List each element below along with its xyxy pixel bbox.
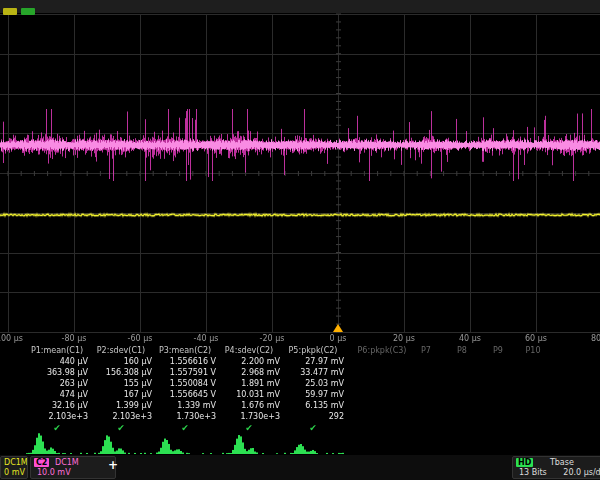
measurement-value: 156.308 µV [90, 368, 152, 378]
measurement-value: 263 µV [26, 379, 88, 389]
measurement-value: 1.556645 V [154, 390, 216, 400]
measurement-value: 1.399 µV [90, 401, 152, 411]
top-toolbar [0, 0, 600, 13]
measurement-value: 167 µV [90, 390, 152, 400]
measurement-header-p4[interactable]: P4:sdev(C2) [218, 346, 280, 356]
measurement-value: 1.891 mV [218, 379, 280, 389]
measurement-header-p6[interactable]: P6:pkpk(C3) [350, 346, 414, 356]
hd-badge: HD [516, 458, 533, 467]
oscilloscope-screen: -100 µs-80 µs-60 µs-40 µs-20 µs0 µs20 µs… [0, 0, 600, 480]
time-axis-label: 20 µs [393, 334, 415, 343]
measurement-value: 1.550084 V [154, 379, 216, 389]
c2-coupling-label: DC1M [55, 458, 79, 467]
measurement-value: 1.339 mV [154, 401, 216, 411]
tbase-label: Tbase [550, 458, 574, 467]
measurement-value: 292 [282, 412, 344, 422]
c2-scale-value: 10.0 mV [37, 468, 71, 477]
time-axis-label: 80 µs [591, 334, 600, 343]
measurement-value: 59.97 mV [282, 390, 344, 400]
channel-c2-descriptor[interactable]: C2 DC1M 10.0 mV [30, 456, 116, 479]
measurement-header-p9[interactable]: P9 [480, 346, 516, 356]
time-axis-label: 40 µs [459, 334, 481, 343]
channel-c1-descriptor[interactable]: DC1M 0 mV [0, 456, 28, 479]
measurement-value: 363.98 µV [26, 368, 88, 378]
measurement-value: 32.16 µV [26, 401, 88, 411]
measurement-table: P1:mean(C1)440 µV363.98 µV263 µV474 µV32… [0, 346, 600, 434]
bottom-bar: DC1M 0 mV C2 DC1M 10.0 mV + HD Tbase 13 … [0, 455, 600, 480]
timebase-descriptor[interactable]: HD Tbase 13 Bits 20.0 µs/div [512, 456, 600, 479]
measurement-value: 27.97 mV [282, 357, 344, 367]
measurement-value: 6.135 mV [282, 401, 344, 411]
tbase-scale-value: 20.0 µs/div [563, 468, 600, 477]
measurement-header-p7[interactable]: P7 [408, 346, 444, 356]
measurement-value: 33.477 mV [282, 368, 344, 378]
measurement-header-p1[interactable]: P1:mean(C1) [26, 346, 88, 356]
graticule-area[interactable] [0, 14, 600, 332]
measurement-value: 2.200 mV [218, 357, 280, 367]
measurement-value: 1.676 mV [218, 401, 280, 411]
time-axis: -100 µs-80 µs-60 µs-40 µs-20 µs0 µs20 µs… [0, 333, 600, 345]
time-axis-label: -80 µs [62, 334, 87, 343]
measurement-value: 474 µV [26, 390, 88, 400]
time-axis-label: -60 µs [128, 334, 153, 343]
measurement-value: 10.031 mV [218, 390, 280, 400]
measurement-value: 155 µV [90, 379, 152, 389]
time-axis-label: -100 µs [0, 334, 23, 343]
measurement-header-p8[interactable]: P8 [444, 346, 480, 356]
time-axis-label: -20 µs [260, 334, 285, 343]
measurement-status-check: ✔ [282, 423, 344, 433]
measurement-value: 1.730e+3 [154, 412, 216, 422]
time-axis-label: 60 µs [525, 334, 547, 343]
measurement-header-p5[interactable]: P5:pkpk(C2) [282, 346, 344, 356]
measurement-value: 160 µV [90, 357, 152, 367]
measurement-value: 440 µV [26, 357, 88, 367]
c1-offset-value: 0 mV [4, 468, 25, 477]
measurement-value: 25.03 mV [282, 379, 344, 389]
measurement-status-check: ✔ [26, 423, 88, 433]
measurement-status-check: ✔ [218, 423, 280, 433]
pointer-crosshair: + [108, 458, 118, 472]
time-axis-label: -40 µs [194, 334, 219, 343]
measurement-header-p2[interactable]: P2:sdev(C1) [90, 346, 152, 356]
measurement-value: 1.730e+3 [218, 412, 280, 422]
measurement-value: 2.968 mV [218, 368, 280, 378]
measurement-header-p3[interactable]: P3:mean(C2) [154, 346, 216, 356]
c1-coupling-label: DC1M [4, 458, 28, 467]
measurement-value: 2.103e+3 [90, 412, 152, 422]
adc-bits-label: 13 Bits [519, 468, 547, 477]
time-axis-label: 0 µs [330, 334, 347, 343]
c2-channel-chip: C2 [34, 458, 49, 467]
measurement-value: 1.557591 V [154, 368, 216, 378]
measurement-value: 1.556616 V [154, 357, 216, 367]
measurement-status-check: ✔ [154, 423, 216, 433]
trigger-position-marker[interactable] [333, 324, 343, 332]
measurement-status-check: ✔ [90, 423, 152, 433]
measurement-header-p10[interactable]: P10 [514, 346, 552, 356]
measurement-value: 2.103e+3 [26, 412, 88, 422]
